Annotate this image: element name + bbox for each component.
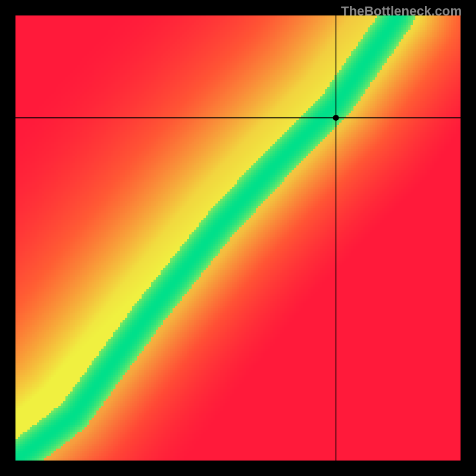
watermark-text: TheBottleneck.com [341, 4, 462, 19]
chart-container: TheBottleneck.com [0, 0, 476, 476]
bottleneck-heatmap [0, 0, 476, 476]
